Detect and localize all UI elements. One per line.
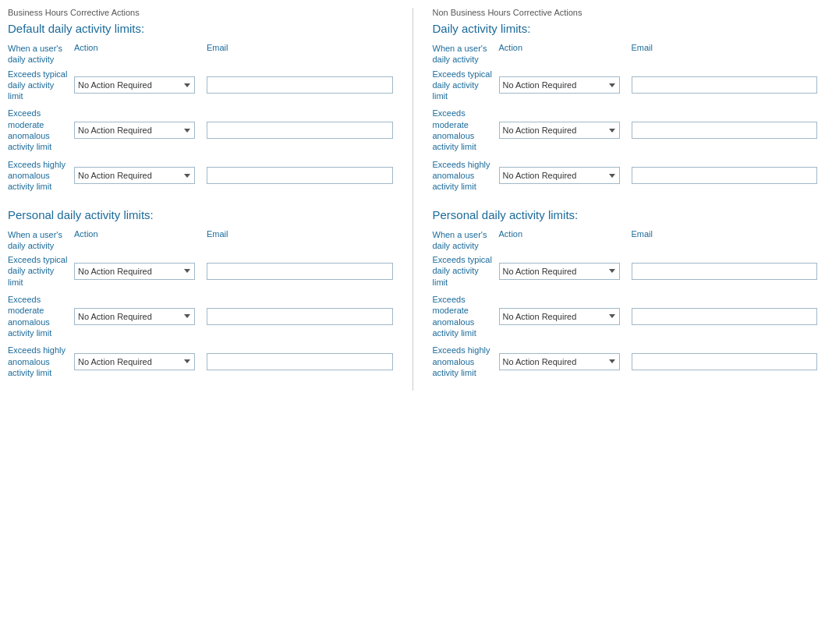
left-personal-col-email: Email (199, 229, 393, 239)
left-default-row-3-action: No Action Required Vo Ation Required Ati… (70, 167, 199, 184)
left-personal-row-1-action: No Action Required Vo Ation Required Ati… (70, 263, 199, 280)
left-default-row-1: Exceeds typical daily activity limit No … (8, 69, 393, 102)
right-header: Non Business Hours Corrective Actions (433, 8, 818, 17)
left-default-header-row: When a user's daily activity Action Emai… (8, 43, 393, 65)
left-personal-row-1: Exceeds typical daily activity limit No … (8, 254, 393, 288)
right-daily-row-3: Exceeds highly anomalous activity limit … (433, 159, 818, 193)
left-personal-row-1-select[interactable]: No Action Required Vo Ation Required Ati… (74, 263, 195, 280)
left-default-col-email: Email (199, 43, 393, 52)
left-default-row-1-label: Exceeds typical daily activity limit (8, 69, 70, 102)
right-daily-row-1: Exceeds typical daily activity limit No … (433, 69, 818, 102)
right-personal-row-3-select[interactable]: No Action Required Vo Ation Required Ati… (499, 353, 620, 370)
left-personal-row-3-email-input[interactable] (207, 353, 393, 370)
left-default-row-3-select[interactable]: No Action Required Vo Ation Required Ati… (74, 167, 195, 184)
left-personal-row-1-email (199, 263, 393, 280)
left-personal-title: Personal daily activity limits: (8, 208, 393, 221)
right-daily-row-3-label: Exceeds highly anomalous activity limit (433, 159, 495, 193)
left-personal-col-label: When a user's daily activity (8, 229, 70, 252)
right-personal-row-1-label: Exceeds typical daily activity limit (433, 254, 495, 288)
right-daily-row-1-label: Exceeds typical daily activity limit (433, 69, 495, 102)
right-personal-row-2-label: Exceeds moderate anomalous activity limi… (433, 294, 495, 338)
right-personal-section: Personal daily activity limits: When a u… (433, 208, 818, 379)
right-personal-row-3-label: Exceeds highly anomalous activity limit (433, 345, 495, 378)
right-daily-row-2-select[interactable]: No Action Required Vo Ation Required Ati… (499, 122, 620, 139)
right-daily-title: Daily activity limits: (433, 22, 818, 35)
right-daily-row-2-label: Exceeds moderate anomalous activity limi… (433, 108, 495, 152)
right-daily-col-label: When a user's daily activity (433, 43, 495, 65)
left-personal-row-3-action: No Action Required Vo Ation Required Ati… (70, 353, 199, 370)
left-default-row-2-action: No Action Required Vo Ation Required Ati… (70, 122, 199, 139)
right-personal-row-2-action: No Action Required Vo Ation Required Ati… (495, 308, 624, 325)
right-personal-row-3-action: No Action Required Vo Ation Required Ati… (495, 353, 624, 370)
right-daily-col-action: Action (495, 43, 624, 52)
left-personal-row-2: Exceeds moderate anomalous activity limi… (8, 294, 393, 338)
left-default-title: Default daily activity limits: (8, 22, 393, 35)
right-personal-title: Personal daily activity limits: (433, 208, 818, 221)
left-default-row-2-email (199, 122, 393, 139)
right-daily-row-2-email-input[interactable] (632, 122, 818, 139)
left-personal-row-2-action: No Action Required Vo Ation Required Ati… (70, 308, 199, 325)
right-daily-row-3-action: No Action Required Vo Ation Required Ati… (495, 167, 624, 184)
right-daily-row-1-select[interactable]: No Action Required Vo Ation Required Ati… (499, 76, 620, 94)
right-daily-row-1-email (624, 76, 818, 94)
right-personal-row-1-action: No Action Required Vo Ation Required Ati… (495, 263, 624, 280)
right-personal-col-action: Action (495, 229, 624, 239)
right-daily-row-3-email-input[interactable] (632, 167, 818, 184)
left-personal-row-3-email (199, 353, 393, 370)
left-personal-row-1-email-input[interactable] (207, 263, 393, 280)
left-default-row-1-email-input[interactable] (207, 76, 393, 94)
left-personal-row-3-select[interactable]: No Action Required Vo Ation Required Ati… (74, 353, 195, 370)
left-default-row-3-label: Exceeds highly anomalous activity limit (8, 159, 70, 193)
right-personal-row-3: Exceeds highly anomalous activity limit … (433, 345, 818, 378)
left-column: Business Hours Corrective Actions Defaul… (8, 8, 393, 391)
left-personal-row-2-email (199, 308, 393, 325)
left-personal-row-3: Exceeds highly anomalous activity limit … (8, 345, 393, 378)
left-personal-row-3-label: Exceeds highly anomalous activity limit (8, 345, 70, 378)
right-daily-header-row: When a user's daily activity Action Emai… (433, 43, 818, 65)
right-personal-row-1: Exceeds typical daily activity limit No … (433, 254, 818, 288)
left-personal-row-2-label: Exceeds moderate anomalous activity limi… (8, 294, 70, 338)
left-default-row-2-select[interactable]: No Action Required Vo Ation Required Ati… (74, 122, 195, 139)
left-personal-row-2-email-input[interactable] (207, 308, 393, 325)
left-personal-section: Personal daily activity limits: When a u… (8, 208, 393, 379)
left-personal-row-1-label: Exceeds typical daily activity limit (8, 254, 70, 288)
right-daily-col-email: Email (624, 43, 818, 52)
left-default-row-1-action: No Action Required Vo Ation Required Ati… (70, 76, 199, 94)
right-personal-col-label: When a user's daily activity (433, 229, 495, 252)
left-default-row-2: Exceeds moderate anomalous activity limi… (8, 108, 393, 152)
right-personal-row-2: Exceeds moderate anomalous activity limi… (433, 294, 818, 338)
right-personal-row-1-email (624, 263, 818, 280)
left-default-row-3-email (199, 167, 393, 184)
left-default-col-action: Action (70, 43, 199, 52)
right-daily-row-2: Exceeds moderate anomalous activity limi… (433, 108, 818, 152)
right-daily-row-1-email-input[interactable] (632, 76, 818, 94)
left-default-row-3: Exceeds highly anomalous activity limit … (8, 159, 393, 193)
right-daily-row-3-email (624, 167, 818, 184)
main-container: Business Hours Corrective Actions Defaul… (8, 8, 817, 391)
right-personal-row-2-email-input[interactable] (632, 308, 818, 325)
right-daily-row-1-action: No Action Required Vo Ation Required Ati… (495, 76, 624, 94)
left-default-section: Default daily activity limits: When a us… (8, 22, 393, 193)
right-column: Non Business Hours Corrective Actions Da… (433, 8, 818, 391)
left-default-row-2-label: Exceeds moderate anomalous activity limi… (8, 108, 70, 152)
left-default-row-1-select[interactable]: No Action Required Vo Ation Required Ati… (74, 76, 195, 94)
left-default-row-2-email-input[interactable] (207, 122, 393, 139)
right-daily-section: Daily activity limits: When a user's dai… (433, 22, 818, 193)
right-personal-row-2-select[interactable]: No Action Required Vo Ation Required Ati… (499, 308, 620, 325)
left-header: Business Hours Corrective Actions (8, 8, 393, 17)
right-daily-row-2-action: No Action Required Vo Ation Required Ati… (495, 122, 624, 139)
left-default-col-label: When a user's daily activity (8, 43, 70, 65)
right-daily-row-2-email (624, 122, 818, 139)
right-personal-row-3-email (624, 353, 818, 370)
column-divider (412, 8, 413, 391)
right-personal-col-email: Email (624, 229, 818, 239)
right-personal-row-1-email-input[interactable] (632, 263, 818, 280)
left-personal-row-2-select[interactable]: No Action Required Vo Ation Required Ati… (74, 308, 195, 325)
right-personal-row-2-email (624, 308, 818, 325)
right-personal-row-1-select[interactable]: No Action Required Vo Ation Required Ati… (499, 263, 620, 280)
left-default-row-1-email (199, 76, 393, 94)
right-personal-row-3-email-input[interactable] (632, 353, 818, 370)
left-default-row-3-email-input[interactable] (207, 167, 393, 184)
left-personal-col-action: Action (70, 229, 199, 239)
right-daily-row-3-select[interactable]: No Action Required Vo Ation Required Ati… (499, 167, 620, 184)
